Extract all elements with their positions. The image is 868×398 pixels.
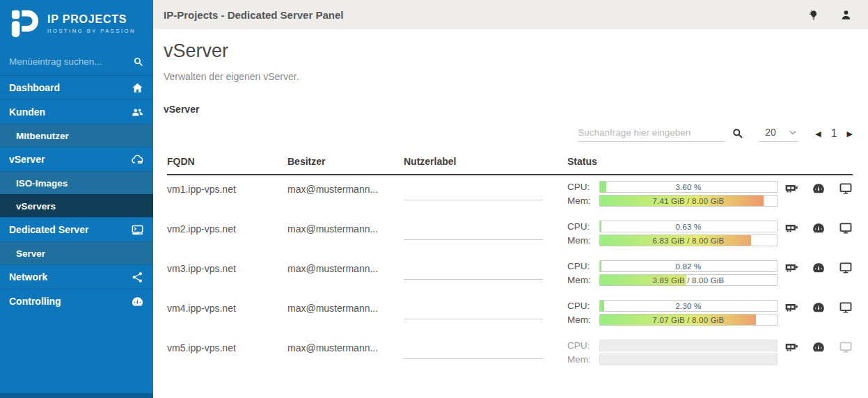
monitor-console-icon[interactable] (839, 301, 853, 315)
cpu-line: CPU: (567, 340, 783, 351)
gauge-icon[interactable] (812, 221, 826, 235)
userlabel-input[interactable] (404, 308, 543, 319)
pagination: ◀ 1 ▶ (815, 127, 853, 142)
home-icon (131, 81, 144, 95)
sidebar-item-network[interactable]: Network (0, 264, 153, 289)
mem-value: 7.07 GiB / 8.00 GiB (600, 315, 777, 325)
owner-cell: max@mustermann... (287, 215, 404, 255)
owner-cell: max@mustermann... (287, 255, 404, 294)
userlabel-input[interactable] (404, 229, 543, 240)
fqdn-cell: vm2.ipp-vps.net (167, 215, 287, 255)
cpu-bar: 0.63 % (599, 221, 778, 232)
monitor-console-icon[interactable] (839, 221, 853, 235)
column-header-status: Status (567, 156, 783, 167)
sidebar-item-vserver[interactable]: vServer (0, 147, 153, 171)
brand-name: IP PROJECTS (47, 13, 136, 26)
mem-bar: 7.41 GiB / 8.00 GiB (599, 195, 778, 207)
vserver-table: FQDN Besitzer Nutzerlabel Status vm1.ipp… (167, 150, 853, 374)
table-row: vm5.ipp-vps.net max@mustermann... CPU: M… (167, 334, 853, 374)
gauge-icon[interactable] (812, 340, 826, 354)
user-account-icon[interactable] (839, 8, 853, 22)
cpu-value: 0.82 % (600, 261, 777, 271)
prev-page-icon[interactable]: ◀ (815, 129, 821, 138)
network-card-icon[interactable] (784, 221, 798, 235)
cpu-line: CPU: 2.30 % (567, 300, 783, 312)
table-header: FQDN Besitzer Nutzerlabel Status (167, 150, 853, 175)
network-card-icon[interactable] (784, 261, 798, 275)
sidebar-menu: Dashboard Kunden Mitbenutzer vServer ISO… (0, 75, 153, 393)
table-search-input[interactable] (578, 127, 725, 138)
menu-search-input[interactable] (9, 56, 132, 67)
userlabel-input[interactable] (404, 348, 543, 359)
sidebar-item-dedicated-server[interactable]: Dedicated Server (0, 217, 153, 241)
ip-projects-logo-icon (9, 8, 41, 40)
gauge-icon[interactable] (812, 182, 826, 196)
sidebar-item-controlling[interactable]: Controlling (0, 289, 153, 313)
column-header-nutzerlabel: Nutzerlabel (404, 156, 567, 167)
next-page-icon[interactable]: ▶ (847, 129, 853, 138)
cpu-bar: 0.82 % (599, 260, 778, 272)
mem-label: Mem: (567, 275, 599, 285)
cpu-label: CPU: (567, 261, 599, 271)
userlabel-cell (404, 255, 567, 294)
monitor-console-icon[interactable] (839, 340, 853, 354)
sidebar-item-mitbenutzer[interactable]: Mitbenutzer (0, 124, 153, 147)
section-title: vServer (164, 104, 868, 116)
fqdn-cell: vm1.ipp-vps.net (167, 175, 287, 215)
mem-value: 3.89 GiB / 8.00 GiB (600, 275, 777, 285)
mem-bar: 3.89 GiB / 8.00 GiB (599, 274, 778, 286)
owner-cell: max@mustermann... (287, 175, 404, 215)
gauge-icon[interactable] (812, 261, 826, 275)
table-search (578, 126, 725, 142)
brand-logo[interactable]: IP PROJECTS HOSTING BY PASSION (0, 0, 153, 47)
status-cell: CPU: 3.60 % Mem: 7.41 GiB / 8.00 GiB (567, 175, 783, 215)
row-actions (783, 215, 853, 255)
owner-cell: max@mustermann... (287, 294, 404, 334)
main-content: vServer Verwalten der eigenen vServer. v… (153, 29, 868, 398)
cpu-label: CPU: (567, 340, 599, 351)
network-card-icon[interactable] (784, 301, 798, 315)
table-row: vm4.ipp-vps.net max@mustermann... CPU: 2… (167, 294, 853, 334)
fqdn-cell: vm5.ipp-vps.net (167, 334, 287, 374)
page-size-select[interactable]: 20 (759, 127, 798, 142)
mem-label: Mem: (567, 196, 599, 206)
column-header-besitzer: Besitzer (287, 156, 404, 167)
header-actions (807, 8, 853, 22)
lightbulb-icon[interactable] (807, 8, 820, 22)
status-cell: CPU: 0.82 % Mem: 3.89 GiB / 8.00 GiB (567, 255, 783, 294)
mem-bar (599, 353, 778, 365)
status-cell: CPU: 0.63 % Mem: 6.83 GiB / 8.00 GiB (567, 215, 783, 255)
mem-line: Mem: 3.89 GiB / 8.00 GiB (567, 274, 783, 286)
gauge-icon[interactable] (812, 301, 826, 315)
current-page: 1 (831, 127, 837, 140)
owner-cell: max@mustermann... (287, 334, 404, 374)
gauge-icon (131, 295, 144, 308)
mem-bar: 6.83 GiB / 8.00 GiB (599, 234, 778, 246)
fqdn-cell: vm3.ipp-vps.net (167, 255, 287, 294)
userlabel-input[interactable] (404, 189, 543, 200)
mem-label: Mem: (567, 354, 599, 365)
network-card-icon[interactable] (784, 340, 798, 354)
sidebar-item-dashboard[interactable]: Dashboard (0, 75, 153, 100)
mem-value (600, 354, 777, 365)
search-icon[interactable] (132, 56, 144, 67)
mem-value: 7.41 GiB / 8.00 GiB (600, 196, 777, 206)
network-card-icon[interactable] (784, 182, 798, 196)
app-title: IP-Projects - Dedicated Server Panel (164, 9, 343, 21)
terminal-monitor-icon (131, 223, 144, 237)
search-icon[interactable] (731, 127, 744, 140)
sidebar-item-server[interactable]: Server (0, 241, 153, 264)
brand-text: IP PROJECTS HOSTING BY PASSION (47, 13, 136, 34)
cpu-bar: 2.30 % (599, 300, 778, 312)
userlabel-input[interactable] (404, 269, 543, 280)
cpu-value: 3.60 % (600, 182, 777, 192)
monitor-console-icon[interactable] (839, 182, 853, 196)
sidebar-item-iso-images[interactable]: ISO-Images (0, 171, 153, 194)
monitor-console-icon[interactable] (839, 261, 853, 275)
page-subtitle: Verwalten der eigenen vServer. (164, 71, 868, 83)
sidebar-item-kunden[interactable]: Kunden (0, 100, 153, 124)
sidebar-item-vservers[interactable]: vServers (0, 194, 153, 217)
table-row: vm3.ipp-vps.net max@mustermann... CPU: 0… (167, 255, 853, 294)
mem-line: Mem: 7.07 GiB / 8.00 GiB (567, 314, 783, 326)
userlabel-cell (404, 294, 567, 334)
